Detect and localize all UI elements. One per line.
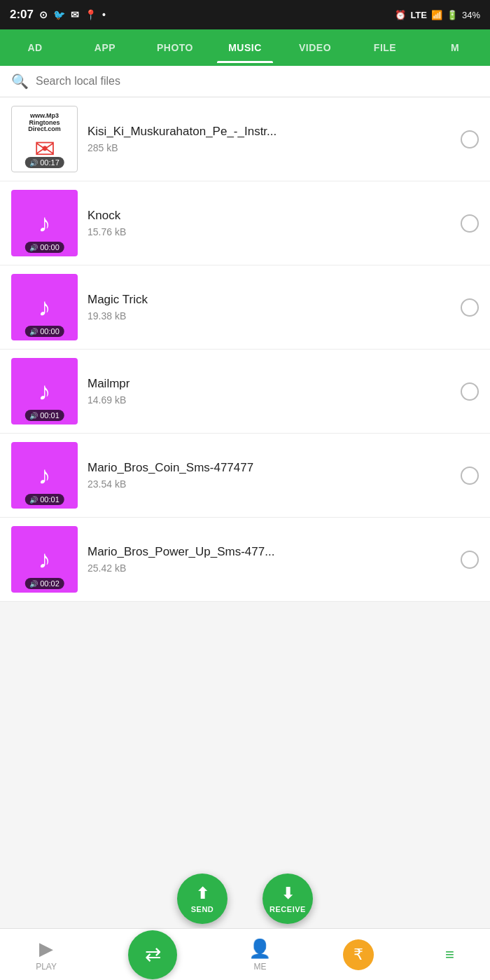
menu-bars-icon[interactable]: ≡ [445,946,454,964]
person-icon: 👤 [248,938,271,960]
file-name-6: Mario_Bros_Power_Up_Sms-477... [88,545,451,559]
search-bar: 🔍 [0,66,490,97]
music-thumbnail-2: ♪ 🔊 00:00 [11,190,78,256]
list-item: ♪ 🔊 00:00 Knock 15.76 kB [0,181,490,265]
file-size-4: 14.69 kB [88,394,451,406]
bottom-nav: ▶ PLAY ⇄ 👤 ME ₹ ≡ [0,928,490,980]
music-note-icon: ♪ [38,293,51,322]
music-note-icon: ♪ [38,377,51,406]
file-size-1: 285 kB [88,142,451,153]
file-info-6: Mario_Bros_Power_Up_Sms-477... 25.42 kB [88,545,451,574]
music-note-icon: ♪ [38,209,51,238]
select-radio-5[interactable] [461,467,479,485]
fab-row: ⬆ SEND ⬇ RECEIVE [177,874,313,924]
music-thumbnail-6: ♪ 🔊 00:02 [11,526,78,593]
receive-button[interactable]: ⬇ RECEIVE [262,874,313,924]
mail-icon: ✉ [71,9,79,20]
duration-badge-4: 🔊 00:01 [24,410,64,421]
file-size-2: 15.76 kB [88,226,451,237]
file-info-2: Knock 15.76 kB [88,209,451,237]
speaker-icon: 🔊 [29,496,38,504]
transfer-icon: ⇄ [145,943,161,966]
nav-transfer-center[interactable]: ⇄ [128,930,177,979]
tab-video[interactable]: VIDEO [280,32,350,63]
file-name-5: Mario_Bros_Coin_Sms-477477 [88,461,451,475]
send-label: SEND [191,905,214,913]
speaker-icon: 🔊 [29,412,38,420]
chrome-icon: ⊙ [39,9,48,20]
nav-me[interactable]: 👤 ME [248,938,271,972]
file-list: www.Mp3 Ringtones Direct.com ✉ 🔊 00:17 K… [0,97,490,602]
tab-music[interactable]: MUSIC [210,32,280,63]
duration-badge-2: 🔊 00:00 [24,242,64,253]
file-info-1: Kisi_Ki_Muskurahaton_Pe_-_Instr... 285 k… [88,125,451,153]
music-note-icon: ♪ [38,545,51,574]
tab-ad[interactable]: AD [0,32,70,63]
music-thumbnail-5: ♪ 🔊 00:01 [11,442,78,509]
file-size-3: 19.38 kB [88,310,451,322]
search-input[interactable] [36,75,479,88]
file-info-4: Mailmpr 14.69 kB [88,377,451,406]
music-thumbnail-4: ♪ 🔊 00:01 [11,358,78,425]
duration-badge-5: 🔊 00:01 [24,494,64,505]
list-item: ♪ 🔊 00:01 Mailmpr 14.69 kB [0,350,490,434]
list-item: www.Mp3 Ringtones Direct.com ✉ 🔊 00:17 K… [0,97,490,181]
status-time: 2:07 ⊙ 🐦 ✉ 📍 • [10,8,106,22]
ringtones-label: www.Mp3 Ringtones Direct.com [28,113,61,134]
status-right: ⏰ LTE 📶 🔋 34% [395,10,480,20]
signal-icon: 📶 [431,10,442,20]
tab-more[interactable]: M [420,32,490,63]
alarm-icon: ⏰ [395,10,406,20]
maps-icon: 📍 [85,9,97,20]
play-icon: ▶ [39,938,53,960]
time-display: 2:07 [10,8,34,22]
file-info-5: Mario_Bros_Coin_Sms-477477 23.54 kB [88,461,451,490]
tab-file[interactable]: FILE [350,32,420,63]
receive-label: RECEIVE [270,905,306,913]
lte-indicator: LTE [410,10,427,20]
tab-app[interactable]: APP [70,32,140,63]
duration-badge-6: 🔊 00:02 [24,578,64,589]
nav-tabs: AD APP PHOTO MUSIC VIDEO FILE M [0,29,490,66]
list-item: ♪ 🔊 00:00 Magic Trick 19.38 kB [0,265,490,350]
battery-level: 34% [462,10,480,20]
speaker-icon: 🔊 [29,328,38,336]
file-name-4: Mailmpr [88,377,451,391]
file-name-1: Kisi_Ki_Muskurahaton_Pe_-_Instr... [88,125,451,139]
rupee-icon: ₹ [354,946,363,964]
select-radio-4[interactable] [461,382,479,401]
file-name-2: Knock [88,209,451,223]
send-button[interactable]: ⬆ SEND [177,874,227,924]
play-label: PLAY [36,962,57,972]
tab-photo[interactable]: PHOTO [140,32,210,63]
search-icon: 🔍 [11,73,29,90]
ringtones-thumbnail: www.Mp3 Ringtones Direct.com ✉ 🔊 00:17 [11,106,78,172]
send-icon: ⬆ [196,885,209,903]
twitter-icon: 🐦 [53,9,65,20]
nav-play[interactable]: ▶ PLAY [36,938,57,972]
speaker-icon: 🔊 [29,580,38,588]
speaker-icon: 🔊 [29,244,38,251]
status-bar: 2:07 ⊙ 🐦 ✉ 📍 • ⏰ LTE 📶 🔋 34% [0,0,490,29]
file-name-3: Magic Trick [88,293,451,307]
duration-badge-3: 🔊 00:00 [24,326,64,337]
duration-badge-1: 🔊 00:17 [24,157,64,168]
battery-icon: 🔋 [447,10,458,20]
music-note-icon: ♪ [38,461,51,490]
dot-indicator: • [102,9,106,20]
select-radio-3[interactable] [461,298,479,317]
select-radio-2[interactable] [461,214,479,233]
select-radio-6[interactable] [461,551,479,569]
coin-button[interactable]: ₹ [343,939,374,970]
select-radio-1[interactable] [461,130,479,149]
receive-icon: ⬇ [281,885,295,903]
list-item: ♪ 🔊 00:01 Mario_Bros_Coin_Sms-477477 23.… [0,434,490,518]
file-size-6: 25.42 kB [88,563,451,574]
list-item: ♪ 🔊 00:02 Mario_Bros_Power_Up_Sms-477...… [0,518,490,602]
file-info-3: Magic Trick 19.38 kB [88,293,451,322]
speaker-icon: 🔊 [29,159,38,167]
me-label: ME [253,962,266,972]
file-size-5: 23.54 kB [88,478,451,490]
music-thumbnail-3: ♪ 🔊 00:00 [11,274,78,340]
